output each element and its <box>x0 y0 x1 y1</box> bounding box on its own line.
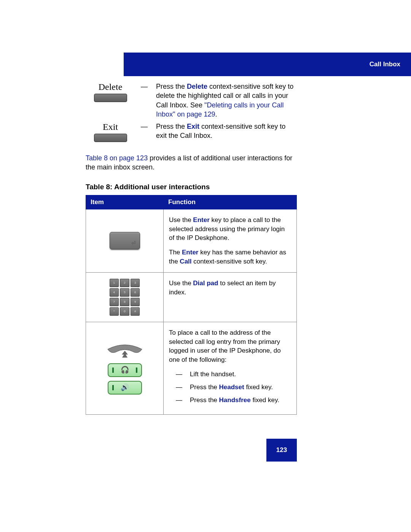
dash-icon: — <box>176 370 182 379</box>
dialpad-key-icon: 8 <box>120 298 129 306</box>
paragraph: To place a call to the address of the se… <box>169 328 291 364</box>
table-header-function: Function <box>164 195 297 209</box>
dialpad-key-icon: 2 <box>120 279 129 287</box>
headset-glyph-icon: 🎧 <box>121 365 129 375</box>
bold-text: Headset <box>219 383 244 391</box>
list-item: — Lift the handset. <box>169 370 291 379</box>
text: Press the <box>156 83 187 90</box>
interactions-table: Item Function Use the Enter key to place… <box>86 195 297 415</box>
page: Call Inbox Delete — Press the Delete con… <box>0 0 411 532</box>
dialpad-key-icon: 5 <box>120 288 129 297</box>
dialpad-key-icon: # <box>131 307 140 316</box>
bold-text: Delete <box>187 83 207 90</box>
table-row: 1 2 3 4 5 6 7 8 9 * 0 # Use t <box>86 272 297 322</box>
text: Lift the handset. <box>190 371 236 378</box>
cross-ref-link[interactable]: Table 8 on page 123 <box>86 154 148 162</box>
handsfree-button-icon: 🔊 <box>108 381 142 395</box>
delete-softkey-button-icon <box>94 94 127 102</box>
dialpad-key-icon: 3 <box>131 279 140 287</box>
dialpad-key-icon: 7 <box>110 298 119 306</box>
bold-text: Handsfree <box>219 396 251 404</box>
dialpad-key-icon: 4 <box>110 288 119 297</box>
text: . <box>215 110 217 118</box>
table-header-row: Item Function <box>86 195 297 209</box>
dash-icon: — <box>141 82 151 91</box>
bold-text: Exit <box>187 123 199 130</box>
text: Use the <box>169 280 193 287</box>
indicator-icon <box>112 385 114 390</box>
headset-button-icon: 🎧 <box>108 363 142 377</box>
dialpad-key-icon: 6 <box>131 288 140 297</box>
delete-softkey-row: Delete — Press the Delete context-sensit… <box>86 82 297 119</box>
dialpad-desc: Use the Dial pad to select an item by in… <box>164 272 297 322</box>
paragraph: Use the Enter key to place a call to the… <box>169 216 291 243</box>
indicator-icon <box>136 367 137 373</box>
table-caption: Table 8: Additional user interactions <box>86 183 297 191</box>
text: Press the <box>156 123 187 130</box>
text: context-sensitive soft key. <box>192 258 267 265</box>
dialpad-cell: 1 2 3 4 5 6 7 8 9 * 0 # <box>86 272 164 322</box>
table-row: Use the Enter key to place a call to the… <box>86 209 297 272</box>
header-band: Call Inbox <box>124 53 411 76</box>
bold-text: Enter <box>182 249 198 256</box>
enter-key-icon <box>110 232 140 249</box>
list-item: — Press the Handsfree fixed key. <box>169 396 291 405</box>
exit-softkey-button-icon <box>94 134 127 142</box>
handset-cell: 🎧 🔊 <box>86 322 164 415</box>
indicator-icon <box>112 367 114 373</box>
paragraph: The Enter key has the same behavior as t… <box>169 248 291 266</box>
speaker-glyph-icon: 🔊 <box>121 383 129 392</box>
bold-text: Call <box>180 258 191 265</box>
delete-softkey-label: Delete <box>86 82 135 92</box>
list-item: — Press the Headset fixed key. <box>169 383 291 392</box>
handset-icons-group: 🎧 🔊 <box>91 342 158 395</box>
exit-softkey-desc: — Press the Exit context-sensitive soft … <box>141 122 297 141</box>
dash-icon: — <box>176 383 182 392</box>
sub-list: — Lift the handset. — Press the Headset … <box>169 370 291 404</box>
exit-softkey-col: Exit <box>86 122 135 142</box>
dash-icon: — <box>176 396 182 405</box>
text: fixed key. <box>244 383 273 391</box>
page-number: 123 <box>266 439 297 462</box>
delete-softkey-col: Delete <box>86 82 135 102</box>
exit-softkey-label: Exit <box>86 122 135 132</box>
delete-softkey-desc: — Press the Delete context-sensitive sof… <box>141 82 297 119</box>
text: fixed key. <box>251 396 279 404</box>
bold-text: Dial pad <box>193 280 218 287</box>
header-title: Call Inbox <box>370 61 400 68</box>
lift-handset-icon <box>104 342 146 359</box>
text: Use the <box>169 216 193 224</box>
enter-key-cell <box>86 209 164 272</box>
text: Press the <box>190 396 219 404</box>
exit-softkey-row: Exit — Press the Exit context-sensitive … <box>86 122 297 142</box>
enter-key-desc: Use the Enter key to place a call to the… <box>164 209 297 272</box>
dialpad-key-icon: 1 <box>110 279 119 287</box>
table-row: 🎧 🔊 To place a call to the address of th… <box>86 322 297 415</box>
place-call-desc: To place a call to the address of the se… <box>164 322 297 415</box>
text: Press the <box>190 383 219 391</box>
content-area: Delete — Press the Delete context-sensit… <box>86 82 297 415</box>
table-intro-paragraph: Table 8 on page 123 provides a list of a… <box>86 153 297 172</box>
dialpad-key-icon: 0 <box>120 307 129 316</box>
bold-text: Enter <box>193 216 209 224</box>
table-header-item: Item <box>86 195 164 209</box>
dialpad-key-icon: 9 <box>131 298 140 306</box>
dialpad-key-icon: * <box>110 307 119 316</box>
dash-icon: — <box>141 122 151 131</box>
dialpad-icon: 1 2 3 4 5 6 7 8 9 * 0 # <box>110 279 140 316</box>
text: The <box>169 249 182 256</box>
